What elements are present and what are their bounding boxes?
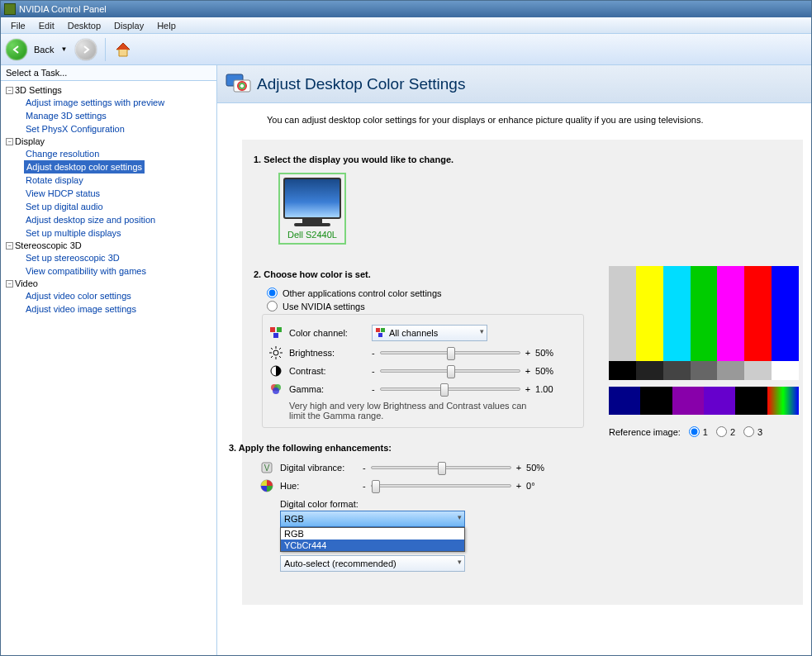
tree-item[interactable]: Adjust video color settings	[24, 289, 133, 302]
step3-title: 3. Apply the following enhancements:	[229, 443, 584, 453]
sidebar: Select a Task... −3D Settings Adjust ima…	[1, 65, 217, 655]
tree-item[interactable]: Change resolution	[24, 147, 101, 160]
gamma-hint: Very high and very low Brightness and Co…	[289, 401, 537, 421]
sidebar-header: Select a Task...	[1, 65, 216, 81]
page-description: You can adjust desktop color settings fo…	[217, 103, 811, 133]
svg-rect-5	[277, 327, 282, 332]
hue-slider[interactable]	[371, 484, 511, 487]
dcf-combo[interactable]: RGB	[280, 511, 465, 527]
radio-other-apps[interactable]	[267, 288, 278, 298]
monitor-icon	[226, 72, 250, 97]
color-settings-group: Color channel: All channels Brightness: …	[262, 314, 584, 428]
tree-item[interactable]: Adjust image settings with preview	[24, 96, 166, 109]
gamma-slider[interactable]	[380, 387, 520, 391]
dcf-dropdown-list[interactable]: RGB YCbCr444	[280, 527, 465, 552]
svg-rect-7	[376, 328, 380, 332]
tree-group-3d[interactable]: −3D Settings	[2, 84, 215, 96]
radio-nvidia-label: Use NVIDIA settings	[283, 302, 365, 311]
step1-title: 1. Select the display you would like to …	[254, 154, 791, 164]
display-selector[interactable]: Dell S2440L	[278, 173, 346, 245]
vibrance-slider[interactable]	[371, 466, 511, 469]
step2-title: 2. Choose how color is set.	[254, 269, 584, 279]
menu-edit[interactable]: Edit	[32, 19, 61, 32]
ref-image-label: Reference image:	[609, 427, 681, 437]
gamma-icon	[269, 383, 283, 396]
home-button[interactable]	[114, 40, 132, 59]
svg-rect-6	[273, 333, 278, 338]
menu-desktop[interactable]: Desktop	[61, 19, 107, 32]
svg-line-15	[271, 348, 273, 349]
dcf-option-rgb[interactable]: RGB	[281, 528, 464, 540]
gamma-value: 1.00	[535, 384, 568, 394]
tree-item[interactable]: Adjust desktop size and position	[24, 213, 157, 226]
back-label: Back	[34, 45, 54, 55]
menu-display[interactable]: Display	[107, 19, 150, 32]
ref-radio-3[interactable]	[743, 426, 754, 437]
color-channel-icon	[269, 326, 283, 340]
brightness-slider[interactable]	[380, 351, 520, 354]
contrast-icon	[269, 364, 283, 378]
svg-line-17	[279, 348, 281, 349]
collapse-icon[interactable]: −	[6, 280, 13, 288]
color-channel-combo[interactable]: All channels	[372, 325, 487, 341]
task-tree: −3D Settings Adjust image settings with …	[1, 81, 216, 655]
tree-item[interactable]: Set PhysX Configuration	[24, 122, 126, 135]
dcf-label: Digital color format:	[280, 499, 584, 509]
forward-button[interactable]	[75, 39, 97, 60]
brightness-label: Brightness:	[289, 348, 365, 358]
window-title: NVIDIA Control Panel	[19, 4, 107, 14]
svg-rect-9	[378, 333, 382, 337]
dcf-option-ycbcr[interactable]: YCbCr444	[281, 540, 464, 551]
menubar: File Edit Desktop Display Help	[1, 17, 811, 34]
menu-help[interactable]: Help	[150, 19, 183, 32]
titlebar: NVIDIA Control Panel	[1, 1, 811, 17]
auto-select-combo[interactable]: Auto-select (recommended)	[280, 555, 465, 572]
svg-point-10	[273, 350, 278, 355]
menu-file[interactable]: File	[4, 19, 32, 32]
radio-other-label: Other applications control color setting…	[283, 288, 442, 298]
collapse-icon[interactable]: −	[6, 87, 13, 94]
hue-value: 0°	[526, 481, 559, 491]
tree-item[interactable]: Set up digital audio	[24, 200, 105, 213]
collapse-icon[interactable]: −	[6, 242, 13, 250]
hue-label: Hue:	[280, 481, 356, 491]
hue-icon	[260, 479, 273, 492]
radio-nvidia[interactable]	[267, 301, 278, 311]
contrast-label: Contrast:	[289, 366, 365, 376]
tree-item[interactable]: Set up multiple displays	[24, 226, 123, 240]
back-button[interactable]	[6, 39, 27, 60]
brightness-icon	[269, 346, 283, 359]
gamma-label: Gamma:	[289, 384, 365, 394]
tree-group-stereo[interactable]: −Stereoscopic 3D	[2, 240, 215, 251]
svg-point-22	[273, 387, 279, 394]
contrast-value: 50%	[535, 366, 568, 376]
display-name-label: Dell S2440L	[283, 230, 341, 240]
tree-item[interactable]: View compatibility with games	[24, 264, 148, 278]
tree-item[interactable]: Manage 3D settings	[24, 109, 108, 122]
ref-radio-2[interactable]	[716, 426, 727, 437]
tree-item[interactable]: Set up stereoscopic 3D	[24, 251, 121, 264]
back-dropdown[interactable]: ▼	[60, 45, 67, 53]
contrast-slider[interactable]	[380, 369, 520, 373]
svg-line-16	[279, 356, 281, 358]
vibrance-label: Digital vibrance:	[280, 463, 356, 473]
nvidia-icon	[4, 3, 16, 15]
color-channel-label: Color channel:	[289, 328, 365, 338]
page-title: Adjust Desktop Color Settings	[257, 75, 465, 93]
tree-group-display[interactable]: −Display	[2, 135, 215, 147]
svg-rect-4	[270, 327, 275, 332]
vibrance-icon: V	[260, 461, 273, 474]
tree-item-selected[interactable]: Adjust desktop color settings	[24, 160, 145, 174]
tree-item[interactable]: Rotate display	[24, 174, 85, 187]
tree-item[interactable]: View HDCP status	[24, 187, 102, 200]
ref-radio-1[interactable]	[689, 426, 700, 437]
tree-item[interactable]: Adjust video image settings	[24, 302, 138, 316]
svg-rect-8	[381, 328, 385, 332]
content-pane: Adjust Desktop Color Settings You can ad…	[217, 65, 811, 655]
tree-group-video[interactable]: −Video	[2, 278, 215, 289]
collapse-icon[interactable]: −	[6, 138, 13, 145]
svg-line-18	[271, 356, 273, 358]
toolbar: Back ▼	[1, 34, 811, 65]
monitor-thumb-icon	[283, 178, 341, 219]
palette-icon	[376, 328, 386, 338]
